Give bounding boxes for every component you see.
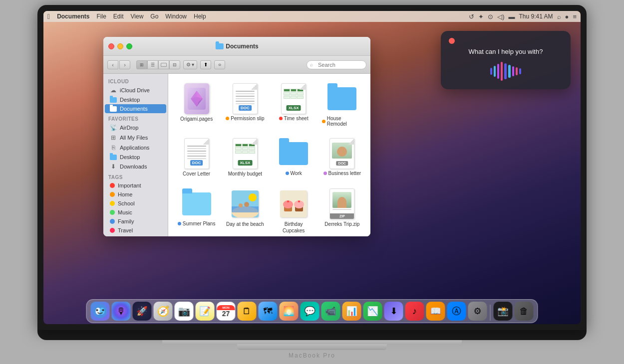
dock-messages[interactable]: 💬 bbox=[301, 302, 319, 321]
wifi-icon[interactable]: ⊙ bbox=[488, 13, 493, 20]
menubar-view[interactable]: View bbox=[131, 13, 144, 20]
bottom-bar bbox=[37, 330, 587, 340]
monthly-budget-name: Monthly budget bbox=[228, 171, 262, 177]
dock-finder[interactable] bbox=[91, 302, 110, 321]
menubar-window[interactable]: Window bbox=[165, 13, 187, 20]
sidebar-item-airdrop[interactable]: 📡 AirDrop bbox=[105, 123, 166, 133]
user-icon[interactable]: ● bbox=[565, 13, 569, 20]
forward-button[interactable]: › bbox=[119, 60, 130, 69]
dock-facetime[interactable]: 📹 bbox=[321, 302, 340, 321]
search-menu-icon[interactable]: ⌕ bbox=[557, 13, 561, 20]
toolbar: ‹ › ⊞ ☰ ⊟ ⚙ ▾ ⬆ ○ bbox=[103, 56, 370, 74]
sidebar-tag-travel[interactable]: Travel bbox=[105, 226, 166, 235]
documents-label: Documents bbox=[120, 106, 148, 112]
file-origami-pages[interactable]: Origami.pages bbox=[174, 80, 219, 131]
file-derreks-trip-zip[interactable]: ZIP Derreks Trip.zip bbox=[320, 185, 364, 236]
dock-stickies[interactable]: 🗒 bbox=[238, 302, 257, 321]
dock-notes[interactable]: 📝 bbox=[196, 302, 215, 321]
share-button[interactable]: ⬆ bbox=[200, 60, 211, 69]
file-day-at-beach[interactable]: Day at the beach bbox=[223, 185, 267, 236]
sidebar-item-desktop[interactable]: Desktop bbox=[105, 153, 166, 162]
siri-close-button[interactable] bbox=[449, 38, 455, 44]
dock-maps[interactable]: 🗺 bbox=[259, 302, 278, 321]
file-time-sheet[interactable]: XLSX Time sheet bbox=[272, 80, 316, 131]
menubar-file[interactable]: File bbox=[96, 13, 106, 20]
file-house-remodel[interactable]: House Remodel bbox=[320, 80, 364, 131]
cover-flow-button[interactable]: ⊟ bbox=[169, 60, 180, 69]
file-birthday-cupcakes[interactable]: Birthday Cupcakes bbox=[272, 185, 316, 236]
sidebar-item-documents[interactable]: Documents bbox=[105, 104, 166, 113]
file-work[interactable]: Work bbox=[272, 135, 316, 181]
sidebar-item-all-my-files[interactable]: ⊞ All My Files bbox=[105, 133, 166, 143]
macbook-bottom: MacBook Pro bbox=[162, 340, 462, 359]
sidebar-tag-school[interactable]: School bbox=[105, 199, 166, 208]
sidebar-item-downloads[interactable]: ⬇ Downloads bbox=[105, 162, 166, 172]
menubar-help[interactable]: Help bbox=[194, 13, 206, 20]
file-monthly-budget[interactable]: XLSX Monthly budget bbox=[223, 135, 267, 181]
dock-camera[interactable]: 📸 bbox=[494, 302, 513, 321]
menubar-edit[interactable]: Edit bbox=[113, 13, 124, 20]
arrange-button[interactable]: ⚙ ▾ bbox=[183, 60, 197, 69]
cover-letter-badge: DOC bbox=[190, 160, 203, 166]
minimize-button[interactable] bbox=[117, 43, 123, 49]
finder-body: iCloud ☁ iCloud Drive Desktop bbox=[103, 74, 370, 236]
sidebar-item-applications[interactable]: ⎘ Applications bbox=[105, 143, 166, 153]
menubar-left:  Documents File Edit View Go Window Hel… bbox=[47, 12, 469, 20]
dock-ibooks[interactable]: 📖 bbox=[426, 302, 445, 321]
file-business-letter[interactable]: DOC Business letter bbox=[320, 135, 364, 181]
dock-launchpad[interactable]: 🚀 bbox=[133, 302, 152, 321]
sidebar-item-desktop-cloud[interactable]: Desktop bbox=[105, 95, 166, 104]
title-folder-icon bbox=[215, 43, 223, 49]
dock-photos-roll[interactable]: 📷 bbox=[175, 302, 194, 321]
time-sheet-dot bbox=[279, 117, 283, 120]
desktop-label: Desktop bbox=[120, 154, 140, 160]
sidebar-tag-important[interactable]: Important bbox=[105, 181, 166, 190]
audio-icon[interactable]: ◁) bbox=[497, 13, 504, 20]
pages-file-icon bbox=[184, 83, 209, 114]
sidebar-item-icloud-drive[interactable]: ☁ iCloud Drive bbox=[105, 85, 166, 95]
icloud-section-title: iCloud bbox=[103, 78, 168, 85]
back-button[interactable]: ‹ bbox=[107, 60, 118, 69]
monthly-budget-xlsx-icon: XLSX bbox=[233, 138, 258, 169]
file-summer-plans[interactable]: Summer Plans bbox=[174, 185, 219, 236]
desktop: What can I help you with? bbox=[43, 22, 581, 324]
xlsx-badge: XLSX bbox=[287, 105, 301, 111]
macbook:  Documents File Edit View Go Window Hel… bbox=[25, 5, 599, 359]
search-input[interactable] bbox=[307, 60, 366, 69]
sidebar-tag-home[interactable]: Home bbox=[105, 190, 166, 199]
battery-icon[interactable]: ▬ bbox=[509, 13, 515, 20]
file-cover-letter[interactable]: DOC Cover Letter bbox=[174, 135, 219, 181]
close-button[interactable] bbox=[108, 43, 114, 49]
desktop-cloud-folder-icon bbox=[110, 97, 117, 103]
dock-itunes[interactable]: ♪ bbox=[405, 302, 424, 321]
list-view-button[interactable]: ☰ bbox=[147, 60, 158, 69]
dock-stocks[interactable]: 📊 bbox=[342, 302, 361, 321]
dock-siri[interactable]: 🎙 bbox=[112, 302, 131, 321]
dock-numbers[interactable]: 📉 bbox=[363, 302, 382, 321]
column-view-button[interactable] bbox=[158, 60, 169, 69]
bluetooth-icon[interactable]: ✦ bbox=[478, 13, 484, 20]
sidebar-tag-family[interactable]: Family bbox=[105, 217, 166, 226]
dock-system-preferences[interactable]: ⚙ bbox=[468, 302, 487, 321]
menubar-go[interactable]: Go bbox=[150, 13, 158, 20]
list-menu-icon[interactable]: ≡ bbox=[573, 13, 577, 20]
menubar-finder[interactable]: Documents bbox=[57, 13, 89, 20]
sidebar-tag-work[interactable]: Work bbox=[105, 235, 166, 236]
maximize-button[interactable] bbox=[126, 43, 132, 49]
svg-point-16 bbox=[287, 200, 289, 202]
screen:  Documents File Edit View Go Window Hel… bbox=[43, 11, 581, 324]
time-machine-icon[interactable]: ↺ bbox=[469, 13, 474, 20]
dock-calendar[interactable]: MON 27 bbox=[217, 302, 236, 321]
file-permission-slip[interactable]: DOC Permission slip bbox=[223, 80, 267, 131]
dock-software-update[interactable]: ⬇ bbox=[384, 302, 403, 321]
summer-plans-name: Summer Plans bbox=[178, 221, 216, 226]
tag-button[interactable]: ○ bbox=[214, 60, 225, 69]
dock-trash[interactable]: 🗑 bbox=[515, 302, 534, 321]
dock-safari[interactable]: 🧭 bbox=[154, 302, 173, 321]
zip-icon-visual: ZIP bbox=[329, 188, 354, 219]
dock-photos-app[interactable]: 🌅 bbox=[280, 302, 299, 321]
dock-appstore[interactable]: Ⓐ bbox=[447, 302, 466, 321]
icon-view-button[interactable]: ⊞ bbox=[136, 60, 147, 69]
apple-menu-icon[interactable]:  bbox=[47, 12, 50, 20]
sidebar-tag-music[interactable]: Music bbox=[105, 208, 166, 217]
